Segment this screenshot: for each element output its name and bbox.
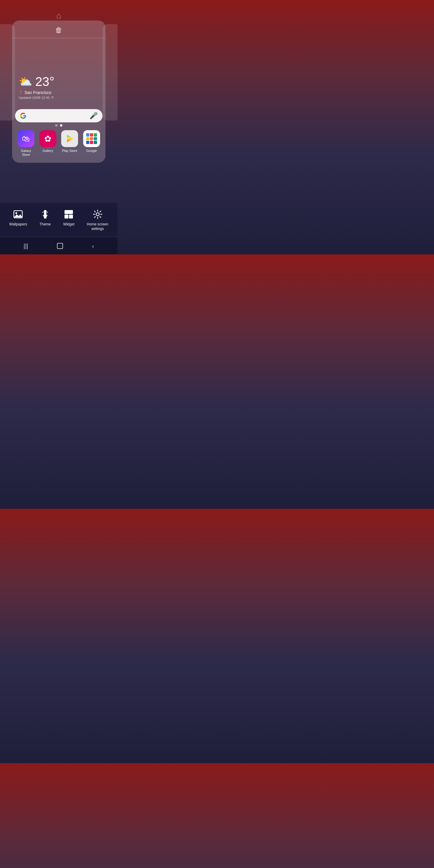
google-grid-icon — [86, 133, 97, 144]
home-nav-icon — [57, 243, 63, 249]
theme-label: Theme — [39, 222, 51, 227]
weather-icon: ⛅ — [19, 75, 32, 88]
svg-point-14 — [96, 213, 99, 216]
gallery-flower-icon: ✿ — [44, 134, 51, 144]
home-icon-top: ⌂ — [56, 11, 61, 21]
app-item-google[interactable]: Google — [83, 130, 100, 157]
weather-temperature: 23° — [35, 74, 55, 89]
svg-marker-0 — [67, 135, 73, 142]
svg-rect-9 — [42, 211, 44, 213]
google-icon[interactable] — [83, 130, 100, 147]
updated-text: Updated 24/09 12:45 — [19, 96, 50, 99]
menu-item-wallpapers[interactable]: Wallpapers — [9, 209, 27, 227]
location-name: San Francisco — [24, 90, 51, 95]
svg-rect-8 — [46, 215, 48, 216]
theme-icon — [40, 209, 51, 220]
main-card: 🗑 ⛅ 23° 📍 San Francisco Updated 24/09 12… — [12, 21, 105, 163]
app-item-play-store[interactable]: Play Store — [61, 130, 78, 157]
menu-item-widget[interactable]: Widget — [63, 209, 74, 227]
app-row: 🛍 GalaxyStore ✿ Gallery — [12, 127, 105, 157]
home-screen-settings-label: Home screensettings — [87, 222, 108, 231]
play-store-icon[interactable] — [61, 130, 78, 147]
recents-button[interactable]: ||| — [24, 243, 28, 250]
page-dots — [55, 124, 62, 127]
galaxy-store-bag-icon: 🛍 — [22, 134, 30, 144]
home-screen-settings-icon — [92, 209, 103, 220]
trash-area[interactable]: 🗑 — [12, 21, 105, 38]
menu-item-home-screen-settings[interactable]: Home screensettings — [87, 209, 108, 231]
recents-icon: ||| — [24, 243, 28, 250]
google-search-bar[interactable]: 🎤 — [15, 109, 102, 122]
trash-icon[interactable]: 🗑 — [55, 26, 62, 34]
app-item-galaxy-store[interactable]: 🛍 GalaxyStore — [18, 130, 34, 157]
weather-location: 📍 San Francisco — [19, 90, 99, 95]
page-dot-1 — [55, 124, 58, 127]
gallery-label: Gallery — [42, 149, 53, 153]
bottom-menu: Wallpapers Theme Widget — [0, 203, 118, 236]
galaxy-store-icon[interactable]: 🛍 — [18, 130, 34, 147]
back-button[interactable]: ‹ — [92, 243, 94, 250]
widget-icon — [63, 209, 74, 220]
wallpapers-icon — [13, 209, 24, 220]
wallpapers-label: Wallpapers — [9, 222, 27, 227]
google-label: Google — [86, 149, 97, 153]
weather-widget: ⛅ 23° 📍 San Francisco Updated 24/09 12:4… — [12, 38, 105, 104]
play-store-label: Play Store — [62, 149, 78, 153]
svg-rect-10 — [46, 211, 48, 213]
svg-rect-11 — [64, 210, 73, 214]
home-button[interactable] — [57, 243, 63, 249]
nav-bar: ||| ‹ — [0, 238, 118, 254]
svg-rect-13 — [69, 215, 73, 218]
page-dot-2 — [60, 124, 62, 127]
app-item-gallery[interactable]: ✿ Gallery — [39, 130, 56, 157]
refresh-icon: ↺ — [51, 96, 54, 99]
svg-rect-6 — [44, 217, 46, 218]
svg-rect-4 — [44, 210, 46, 216]
google-g-icon — [20, 113, 27, 119]
svg-marker-3 — [14, 214, 22, 217]
gallery-icon[interactable]: ✿ — [39, 130, 56, 147]
svg-rect-5 — [43, 216, 47, 217]
weather-updated: Updated 24/09 12:45 ↺ — [19, 96, 99, 99]
galaxy-store-label: GalaxyStore — [21, 149, 31, 157]
svg-point-2 — [16, 212, 17, 214]
play-triangle-icon — [64, 133, 75, 144]
mic-icon[interactable]: 🎤 — [90, 112, 98, 120]
svg-rect-12 — [64, 215, 68, 218]
svg-rect-7 — [43, 215, 44, 216]
widget-label: Widget — [63, 222, 74, 227]
location-pin-icon: 📍 — [19, 90, 23, 95]
back-icon: ‹ — [92, 243, 94, 250]
menu-item-theme[interactable]: Theme — [39, 209, 51, 227]
